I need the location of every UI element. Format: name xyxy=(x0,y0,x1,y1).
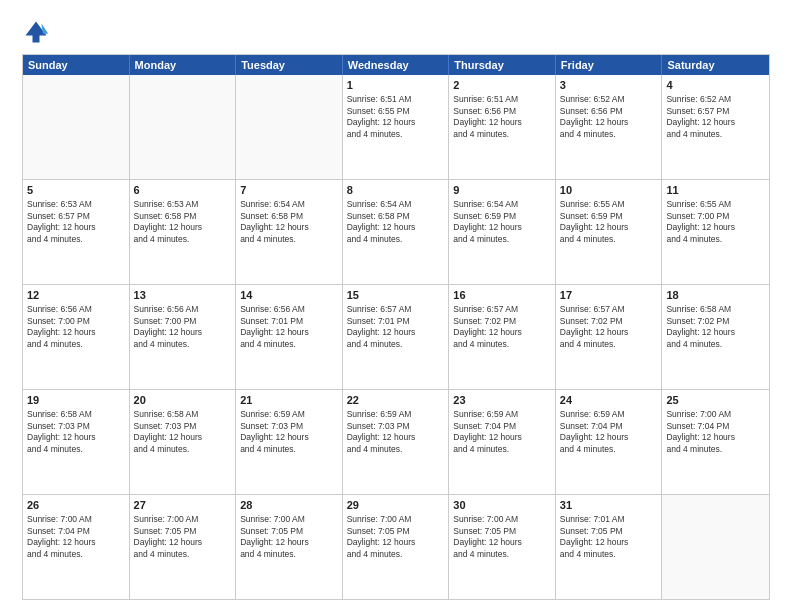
day-number: 27 xyxy=(134,498,232,513)
cell-text: Sunrise: 6:58 AM Sunset: 7:03 PM Dayligh… xyxy=(134,409,232,456)
calendar-cell xyxy=(130,75,237,179)
day-number: 22 xyxy=(347,393,445,408)
calendar-cell: 22Sunrise: 6:59 AM Sunset: 7:03 PM Dayli… xyxy=(343,390,450,494)
day-number: 4 xyxy=(666,78,765,93)
calendar-cell: 9Sunrise: 6:54 AM Sunset: 6:59 PM Daylig… xyxy=(449,180,556,284)
logo xyxy=(22,18,54,46)
calendar-cell: 14Sunrise: 6:56 AM Sunset: 7:01 PM Dayli… xyxy=(236,285,343,389)
cell-text: Sunrise: 6:52 AM Sunset: 6:57 PM Dayligh… xyxy=(666,94,765,141)
cell-text: Sunrise: 6:56 AM Sunset: 7:00 PM Dayligh… xyxy=(27,304,125,351)
day-number: 5 xyxy=(27,183,125,198)
header-day-wednesday: Wednesday xyxy=(343,55,450,75)
day-number: 8 xyxy=(347,183,445,198)
day-number: 3 xyxy=(560,78,658,93)
header-day-thursday: Thursday xyxy=(449,55,556,75)
day-number: 12 xyxy=(27,288,125,303)
cell-text: Sunrise: 7:00 AM Sunset: 7:05 PM Dayligh… xyxy=(134,514,232,561)
day-number: 19 xyxy=(27,393,125,408)
calendar-cell: 11Sunrise: 6:55 AM Sunset: 7:00 PM Dayli… xyxy=(662,180,769,284)
day-number: 14 xyxy=(240,288,338,303)
header-day-tuesday: Tuesday xyxy=(236,55,343,75)
cell-text: Sunrise: 6:54 AM Sunset: 6:58 PM Dayligh… xyxy=(347,199,445,246)
day-number: 10 xyxy=(560,183,658,198)
day-number: 20 xyxy=(134,393,232,408)
header-day-friday: Friday xyxy=(556,55,663,75)
calendar-cell xyxy=(662,495,769,599)
calendar-cell: 17Sunrise: 6:57 AM Sunset: 7:02 PM Dayli… xyxy=(556,285,663,389)
cell-text: Sunrise: 6:52 AM Sunset: 6:56 PM Dayligh… xyxy=(560,94,658,141)
calendar: SundayMondayTuesdayWednesdayThursdayFrid… xyxy=(22,54,770,600)
calendar-row-4: 19Sunrise: 6:58 AM Sunset: 7:03 PM Dayli… xyxy=(23,389,769,494)
cell-text: Sunrise: 6:55 AM Sunset: 6:59 PM Dayligh… xyxy=(560,199,658,246)
cell-text: Sunrise: 6:57 AM Sunset: 7:02 PM Dayligh… xyxy=(453,304,551,351)
calendar-cell: 26Sunrise: 7:00 AM Sunset: 7:04 PM Dayli… xyxy=(23,495,130,599)
calendar-row-5: 26Sunrise: 7:00 AM Sunset: 7:04 PM Dayli… xyxy=(23,494,769,599)
cell-text: Sunrise: 7:00 AM Sunset: 7:05 PM Dayligh… xyxy=(453,514,551,561)
day-number: 30 xyxy=(453,498,551,513)
cell-text: Sunrise: 6:56 AM Sunset: 7:00 PM Dayligh… xyxy=(134,304,232,351)
cell-text: Sunrise: 6:54 AM Sunset: 6:58 PM Dayligh… xyxy=(240,199,338,246)
calendar-cell: 12Sunrise: 6:56 AM Sunset: 7:00 PM Dayli… xyxy=(23,285,130,389)
calendar-cell: 3Sunrise: 6:52 AM Sunset: 6:56 PM Daylig… xyxy=(556,75,663,179)
calendar-cell: 19Sunrise: 6:58 AM Sunset: 7:03 PM Dayli… xyxy=(23,390,130,494)
logo-icon xyxy=(22,18,50,46)
calendar-cell: 8Sunrise: 6:54 AM Sunset: 6:58 PM Daylig… xyxy=(343,180,450,284)
cell-text: Sunrise: 6:58 AM Sunset: 7:02 PM Dayligh… xyxy=(666,304,765,351)
day-number: 28 xyxy=(240,498,338,513)
day-number: 23 xyxy=(453,393,551,408)
calendar-cell: 16Sunrise: 6:57 AM Sunset: 7:02 PM Dayli… xyxy=(449,285,556,389)
cell-text: Sunrise: 7:00 AM Sunset: 7:05 PM Dayligh… xyxy=(240,514,338,561)
day-number: 15 xyxy=(347,288,445,303)
calendar-body: 1Sunrise: 6:51 AM Sunset: 6:55 PM Daylig… xyxy=(23,75,769,599)
day-number: 29 xyxy=(347,498,445,513)
calendar-cell: 27Sunrise: 7:00 AM Sunset: 7:05 PM Dayli… xyxy=(130,495,237,599)
cell-text: Sunrise: 6:56 AM Sunset: 7:01 PM Dayligh… xyxy=(240,304,338,351)
day-number: 11 xyxy=(666,183,765,198)
day-number: 9 xyxy=(453,183,551,198)
header-day-monday: Monday xyxy=(130,55,237,75)
calendar-cell: 2Sunrise: 6:51 AM Sunset: 6:56 PM Daylig… xyxy=(449,75,556,179)
header-day-sunday: Sunday xyxy=(23,55,130,75)
header-day-saturday: Saturday xyxy=(662,55,769,75)
calendar-cell: 24Sunrise: 6:59 AM Sunset: 7:04 PM Dayli… xyxy=(556,390,663,494)
calendar-cell: 21Sunrise: 6:59 AM Sunset: 7:03 PM Dayli… xyxy=(236,390,343,494)
day-number: 17 xyxy=(560,288,658,303)
cell-text: Sunrise: 6:51 AM Sunset: 6:55 PM Dayligh… xyxy=(347,94,445,141)
cell-text: Sunrise: 6:54 AM Sunset: 6:59 PM Dayligh… xyxy=(453,199,551,246)
cell-text: Sunrise: 6:57 AM Sunset: 7:02 PM Dayligh… xyxy=(560,304,658,351)
day-number: 31 xyxy=(560,498,658,513)
cell-text: Sunrise: 7:00 AM Sunset: 7:05 PM Dayligh… xyxy=(347,514,445,561)
cell-text: Sunrise: 6:53 AM Sunset: 6:57 PM Dayligh… xyxy=(27,199,125,246)
calendar-cell: 13Sunrise: 6:56 AM Sunset: 7:00 PM Dayli… xyxy=(130,285,237,389)
cell-text: Sunrise: 7:00 AM Sunset: 7:04 PM Dayligh… xyxy=(27,514,125,561)
day-number: 2 xyxy=(453,78,551,93)
cell-text: Sunrise: 6:51 AM Sunset: 6:56 PM Dayligh… xyxy=(453,94,551,141)
calendar-cell: 1Sunrise: 6:51 AM Sunset: 6:55 PM Daylig… xyxy=(343,75,450,179)
cell-text: Sunrise: 6:57 AM Sunset: 7:01 PM Dayligh… xyxy=(347,304,445,351)
day-number: 24 xyxy=(560,393,658,408)
calendar-row-1: 1Sunrise: 6:51 AM Sunset: 6:55 PM Daylig… xyxy=(23,75,769,179)
day-number: 13 xyxy=(134,288,232,303)
cell-text: Sunrise: 7:00 AM Sunset: 7:04 PM Dayligh… xyxy=(666,409,765,456)
calendar-row-2: 5Sunrise: 6:53 AM Sunset: 6:57 PM Daylig… xyxy=(23,179,769,284)
header xyxy=(22,18,770,46)
day-number: 18 xyxy=(666,288,765,303)
calendar-row-3: 12Sunrise: 6:56 AM Sunset: 7:00 PM Dayli… xyxy=(23,284,769,389)
calendar-cell: 28Sunrise: 7:00 AM Sunset: 7:05 PM Dayli… xyxy=(236,495,343,599)
cell-text: Sunrise: 6:59 AM Sunset: 7:04 PM Dayligh… xyxy=(560,409,658,456)
calendar-cell: 6Sunrise: 6:53 AM Sunset: 6:58 PM Daylig… xyxy=(130,180,237,284)
cell-text: Sunrise: 6:59 AM Sunset: 7:03 PM Dayligh… xyxy=(347,409,445,456)
calendar-header: SundayMondayTuesdayWednesdayThursdayFrid… xyxy=(23,55,769,75)
calendar-cell: 23Sunrise: 6:59 AM Sunset: 7:04 PM Dayli… xyxy=(449,390,556,494)
cell-text: Sunrise: 6:58 AM Sunset: 7:03 PM Dayligh… xyxy=(27,409,125,456)
calendar-cell: 10Sunrise: 6:55 AM Sunset: 6:59 PM Dayli… xyxy=(556,180,663,284)
calendar-cell: 31Sunrise: 7:01 AM Sunset: 7:05 PM Dayli… xyxy=(556,495,663,599)
calendar-cell: 5Sunrise: 6:53 AM Sunset: 6:57 PM Daylig… xyxy=(23,180,130,284)
page: SundayMondayTuesdayWednesdayThursdayFrid… xyxy=(0,0,792,612)
day-number: 1 xyxy=(347,78,445,93)
day-number: 6 xyxy=(134,183,232,198)
calendar-cell: 25Sunrise: 7:00 AM Sunset: 7:04 PM Dayli… xyxy=(662,390,769,494)
cell-text: Sunrise: 6:59 AM Sunset: 7:04 PM Dayligh… xyxy=(453,409,551,456)
day-number: 21 xyxy=(240,393,338,408)
calendar-cell: 18Sunrise: 6:58 AM Sunset: 7:02 PM Dayli… xyxy=(662,285,769,389)
